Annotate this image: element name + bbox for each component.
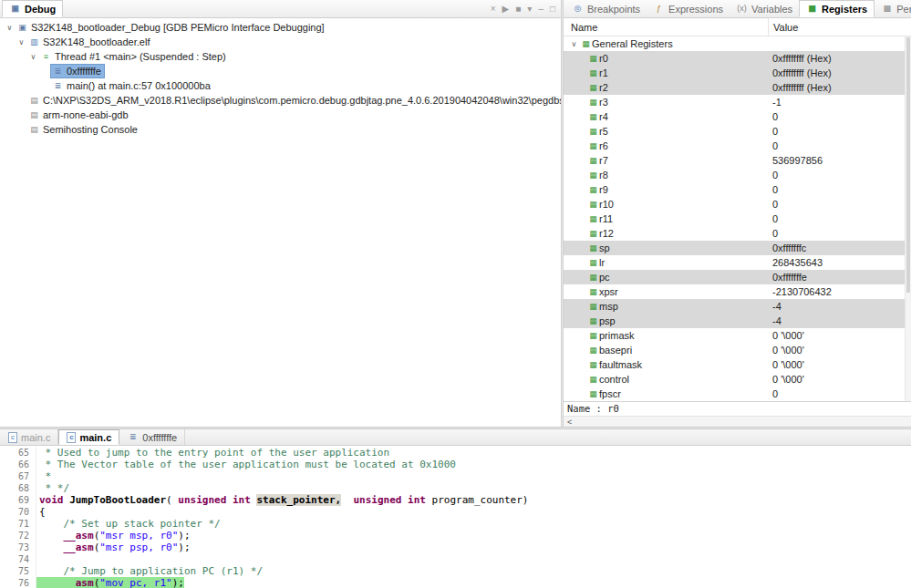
debug-tree-row[interactable]: ∨≡Thread #1 <main> (Suspended : Step) [0, 49, 561, 64]
register-row[interactable]: ▦r00xffffffff (Hex) [564, 51, 911, 66]
top-split: ▣ Debug ×▶■▾–□ ∨▣S32K148_bootloader_Debu… [0, 0, 911, 427]
column-header-name[interactable]: Name [564, 22, 768, 33]
debug-view-icon: ▣ [9, 4, 21, 14]
debug-tree-row[interactable]: ▤Semihosting Console [0, 122, 561, 137]
code-line[interactable]: 73 __asm("msr psp, r0"); [0, 542, 911, 553]
code-line[interactable]: 72 __asm("msr msp, r0"); [0, 530, 911, 542]
tree-expander-icon[interactable]: ∨ [16, 38, 27, 46]
debug-view-tabbar: ▣ Debug ×▶■▾–□ [0, 0, 561, 18]
scroll-left-button[interactable]: < [564, 418, 575, 427]
register-icon: ▦ [587, 83, 599, 93]
register-group-row[interactable]: ∨▦General Registers [564, 36, 911, 51]
resume-icon[interactable]: ▶ [502, 4, 510, 14]
tree-node[interactable]: ▥S32K148_bootloader.elf [27, 36, 152, 48]
code-line[interactable]: 66 * The Vector table of the user applic… [0, 459, 911, 470]
group-expander-icon[interactable]: ∨ [568, 40, 580, 48]
debug-tree-row[interactable]: ≣0xfffffffe [0, 64, 561, 78]
tab-breakpoints[interactable]: ◎Breakpoints [565, 0, 647, 17]
register-row[interactable]: ▦r7536997856 [564, 153, 911, 168]
register-row[interactable]: ▦r40 [564, 109, 911, 124]
editor-tab-0xfffffffe[interactable]: ≣0xfffffffe [119, 429, 185, 445]
editor-tab-main-c[interactable]: cmain.c [58, 429, 119, 445]
register-row[interactable]: ▦r20xffffffff (Hex) [564, 80, 911, 95]
code-editor[interactable]: 65 * Used to jump to the entry point of … [0, 446, 911, 588]
code-line[interactable]: 75 /* Jump to application PC (r1) */ [0, 565, 911, 577]
tree-item-label: Semihosting Console [40, 124, 138, 135]
register-row[interactable]: ▦msp-4 [564, 299, 911, 314]
tree-expander-icon[interactable]: ∨ [4, 24, 16, 32]
terminate-icon[interactable]: ■ [515, 4, 521, 14]
view-menu-icon[interactable]: ▾ [527, 4, 532, 14]
code-line[interactable]: 68 * */ [0, 482, 911, 494]
tree-expander-icon[interactable]: ∨ [27, 53, 39, 61]
maximize-icon[interactable]: □ [550, 4, 555, 14]
registers-scrollbar[interactable] [905, 36, 911, 401]
tab-expressions[interactable]: ƒExpressions [647, 0, 730, 17]
register-row[interactable]: ▦pc0xfffffffe [564, 270, 911, 284]
expressions-icon: ƒ [653, 4, 665, 14]
editor-tab-main-c[interactable]: cmain.c [1, 429, 58, 445]
register-row[interactable]: ▦basepri0 '\000' [564, 343, 911, 357]
register-name: pc [599, 272, 610, 283]
registers-hscrollbar[interactable]: < [564, 416, 911, 427]
debug-tree-row[interactable]: ▤arm-none-eabi-gdb [0, 108, 561, 122]
register-row[interactable]: ▦r3-1 [564, 95, 911, 109]
tree-node[interactable]: ▣S32K148_bootloader_Debug [GDB PEMicro I… [16, 21, 327, 34]
code-line[interactable]: 76 __asm("mov pc, r1"); [0, 577, 911, 588]
register-row[interactable]: ▦psp-4 [564, 314, 911, 328]
column-header-value[interactable]: Value [768, 18, 911, 36]
tree-item-label: 0xfffffffe [64, 66, 101, 77]
tab-debug[interactable]: ▣ Debug [2, 0, 63, 17]
register-row[interactable]: ▦r80 [564, 168, 911, 182]
tree-node[interactable]: ≡Thread #1 <main> (Suspended : Step) [39, 50, 229, 63]
register-row[interactable]: ▦r100 [564, 197, 911, 211]
tree-node[interactable]: ▤arm-none-eabi-gdb [27, 108, 131, 121]
tab-peripherals[interactable]: ▩Peripherals [875, 0, 911, 17]
line-number: 74 [0, 553, 36, 565]
line-number: 76 [0, 577, 36, 588]
register-row[interactable]: ▦r10xffffffff (Hex) [564, 66, 911, 80]
minimize-icon[interactable]: – [538, 4, 543, 14]
register-row[interactable]: ▦r120 [564, 226, 911, 241]
register-row[interactable]: ▦fpscr0 [564, 387, 911, 401]
register-name: r10 [599, 199, 614, 210]
debug-tree-row[interactable]: ▤C:\NXP\S32DS_ARM_v2018.R1\eclipse\plugi… [0, 93, 561, 108]
register-row[interactable]: ▦r110 [564, 211, 911, 226]
register-value: 0 [768, 126, 911, 137]
code-line[interactable]: 67 * [0, 470, 911, 482]
tree-node[interactable]: ▤C:\NXP\S32DS_ARM_v2018.R1\eclipse\plugi… [27, 94, 561, 107]
remove-all-terminated-icon[interactable]: × [491, 4, 496, 14]
register-row[interactable]: ▦xpsr-2130706432 [564, 284, 911, 299]
register-name: r12 [599, 228, 614, 239]
register-row[interactable]: ▦r50 [564, 124, 911, 139]
register-row[interactable]: ▦sp0xfffffffc [564, 241, 911, 255]
debug-tree-row[interactable]: ∨▥S32K148_bootloader.elf [0, 35, 561, 49]
code-line[interactable]: 70{ [0, 506, 911, 518]
debug-tree-row[interactable]: ≣main() at main.c:57 0x100000ba [0, 78, 561, 93]
register-name: control [599, 374, 629, 385]
register-value: 0xfffffffc [768, 242, 911, 253]
code-text: * The Vector table of the user applicati… [36, 459, 456, 470]
register-row[interactable]: ▦r60 [564, 139, 911, 153]
code-line[interactable]: 74 [0, 553, 911, 565]
tab-registers[interactable]: ▦Registers [799, 0, 875, 17]
register-icon: ▦ [587, 258, 599, 268]
line-number: 68 [0, 482, 36, 494]
tree-node[interactable]: ≣main() at main.c:57 0x100000ba [51, 79, 213, 92]
register-name: sp [599, 242, 610, 253]
tab-variables[interactable]: (x)Variables [730, 0, 799, 17]
code-line[interactable]: 65 * Used to jump to the entry point of … [0, 447, 911, 459]
register-row[interactable]: ▦faultmask0 '\000' [564, 357, 911, 372]
code-line[interactable]: 71 /* Set up stack pointer */ [0, 518, 911, 530]
register-icon: ▦ [587, 200, 599, 210]
register-value: 0 [768, 140, 911, 151]
scrollbar-thumb[interactable] [906, 37, 910, 293]
register-row[interactable]: ▦r90 [564, 182, 911, 197]
code-line[interactable]: 69void JumpToBootLoader( unsigned int st… [0, 494, 911, 506]
register-row[interactable]: ▦primask0 '\000' [564, 328, 911, 343]
register-row[interactable]: ▦control0 '\000' [564, 372, 911, 387]
tree-node[interactable]: ▤Semihosting Console [27, 123, 140, 136]
register-row[interactable]: ▦lr268435643 [564, 255, 911, 270]
selected-tree-node[interactable]: ≣0xfffffffe [51, 65, 104, 77]
debug-tree-row[interactable]: ∨▣S32K148_bootloader_Debug [GDB PEMicro … [0, 20, 561, 35]
